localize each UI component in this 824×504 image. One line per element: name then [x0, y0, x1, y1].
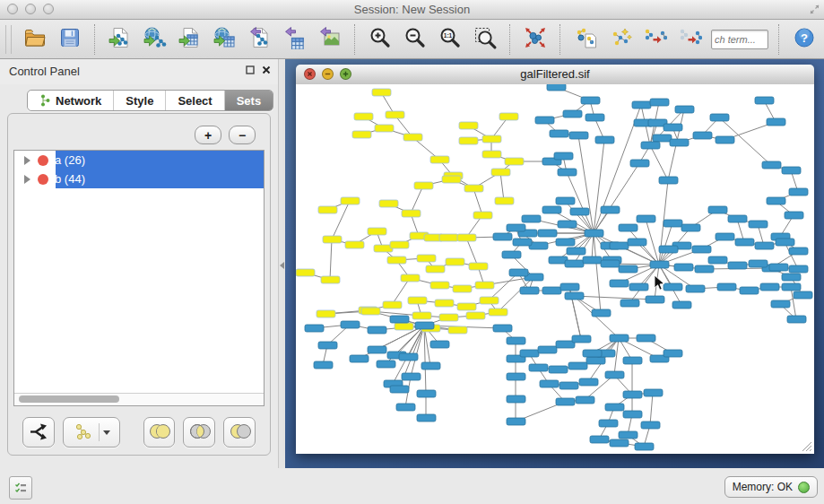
resize-grip-icon[interactable]: [802, 441, 812, 452]
graph-node[interactable]: [630, 160, 649, 167]
graph-node[interactable]: [457, 234, 476, 241]
graph-node[interactable]: [507, 224, 525, 231]
graph-node[interactable]: [529, 364, 548, 371]
graph-node[interactable]: [442, 176, 461, 183]
graph-node[interactable]: [368, 326, 386, 334]
network-from-selection-button[interactable]: [571, 25, 600, 54]
graph-node[interactable]: [499, 113, 518, 120]
export-image-button[interactable]: [316, 25, 344, 54]
graph-node[interactable]: [318, 342, 337, 349]
network-canvas[interactable]: [296, 84, 814, 454]
graph-node[interactable]: [755, 242, 774, 249]
graph-node[interactable]: [592, 309, 611, 317]
graph-node[interactable]: [395, 323, 413, 330]
hide-selected-button[interactable]: [641, 25, 670, 54]
graph-node[interactable]: [421, 362, 440, 369]
graph-node[interactable]: [769, 264, 788, 271]
graph-node[interactable]: [787, 316, 806, 323]
graph-node[interactable]: [599, 420, 618, 427]
graph-node[interactable]: [650, 261, 669, 268]
graph-node[interactable]: [644, 389, 663, 396]
graph-node[interactable]: [556, 197, 575, 204]
graph-node[interactable]: [469, 263, 488, 270]
save-session-button[interactable]: [56, 25, 84, 54]
graph-node[interactable]: [708, 206, 727, 213]
graph-node[interactable]: [749, 260, 768, 267]
graph-node[interactable]: [547, 84, 566, 91]
help-button[interactable]: ?: [790, 25, 819, 54]
graph-node[interactable]: [535, 117, 554, 124]
graph-node[interactable]: [522, 215, 541, 222]
difference-sets-button[interactable]: [223, 417, 256, 448]
graph-node[interactable]: [341, 321, 360, 328]
graph-node[interactable]: [390, 241, 409, 248]
graph-node[interactable]: [354, 113, 373, 120]
graph-node[interactable]: [664, 350, 682, 357]
graph-node[interactable]: [538, 346, 557, 353]
first-neighbors-button[interactable]: [606, 25, 635, 54]
graph-node[interactable]: [629, 283, 648, 291]
graph-node[interactable]: [782, 167, 801, 174]
graph-node[interactable]: [664, 220, 682, 227]
graph-node[interactable]: [590, 436, 609, 443]
graph-node[interactable]: [426, 265, 445, 273]
remove-set-button[interactable]: −: [229, 126, 256, 144]
tab-sets[interactable]: Sets: [224, 91, 273, 110]
graph-node[interactable]: [446, 258, 464, 265]
graph-node[interactable]: [558, 221, 577, 228]
close-panel-icon[interactable]: [262, 65, 271, 74]
graph-node[interactable]: [675, 106, 694, 113]
graph-node[interactable]: [716, 233, 734, 240]
sets-list[interactable]: a (26)b (44): [13, 150, 265, 406]
graph-node[interactable]: [635, 443, 654, 450]
graph-node[interactable]: [693, 132, 712, 139]
graph-node[interactable]: [542, 287, 561, 294]
graph-node[interactable]: [560, 283, 579, 291]
graph-node[interactable]: [383, 301, 402, 308]
graph-node[interactable]: [387, 256, 406, 264]
graph-node[interactable]: [459, 137, 478, 144]
graph-node[interactable]: [789, 265, 808, 273]
graph-node[interactable]: [585, 230, 603, 237]
graph-node[interactable]: [619, 431, 638, 439]
graph-node[interactable]: [453, 285, 472, 292]
graph-node[interactable]: [502, 251, 521, 258]
memory-status-button[interactable]: Memory: OK: [724, 476, 818, 498]
graph-node[interactable]: [646, 296, 664, 303]
graph-node[interactable]: [314, 361, 333, 369]
task-monitor-button[interactable]: [9, 476, 32, 500]
import-table-file-button[interactable]: [176, 25, 204, 54]
expander-icon[interactable]: [24, 175, 30, 184]
graph-node[interactable]: [507, 395, 525, 403]
graph-node[interactable]: [386, 111, 404, 118]
zoom-out-button[interactable]: [401, 25, 429, 54]
set-row[interactable]: b (44): [14, 169, 264, 188]
graph-node[interactable]: [585, 114, 604, 121]
graph-node[interactable]: [466, 312, 485, 319]
graph-node[interactable]: [717, 283, 736, 291]
graph-node[interactable]: [368, 346, 386, 353]
open-session-button[interactable]: [21, 25, 49, 54]
graph-node[interactable]: [728, 215, 747, 222]
graph-node[interactable]: [572, 335, 591, 343]
graph-node[interactable]: [570, 208, 589, 215]
graph-node[interactable]: [623, 391, 642, 398]
graph-node[interactable]: [601, 260, 620, 267]
create-set-from-network-button[interactable]: [63, 417, 120, 448]
graph-node[interactable]: [755, 97, 774, 104]
zoom-fit-button[interactable]: 1:1: [436, 25, 464, 54]
graph-node[interactable]: [361, 308, 380, 315]
graph-node[interactable]: [767, 118, 785, 126]
graph-node[interactable]: [619, 224, 638, 231]
graph-node[interactable]: [708, 256, 727, 264]
graph-node[interactable]: [601, 206, 620, 213]
graph-node[interactable]: [491, 169, 510, 176]
graph-node[interactable]: [659, 246, 678, 253]
float-panel-icon[interactable]: [246, 65, 255, 74]
graph-node[interactable]: [538, 230, 557, 237]
show-all-button[interactable]: [676, 25, 705, 54]
graph-node[interactable]: [345, 241, 364, 248]
graph-node[interactable]: [493, 325, 512, 332]
graph-node[interactable]: [305, 325, 324, 332]
graph-node[interactable]: [390, 386, 409, 393]
